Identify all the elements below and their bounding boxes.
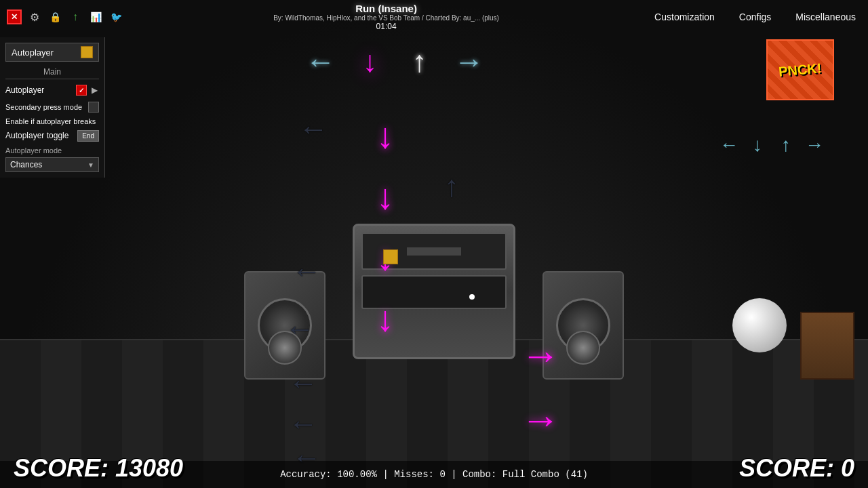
secondary-press-row: Secondary press mode <box>5 100 99 114</box>
autoplayer-dropdown-label: Autoplayer <box>12 47 54 58</box>
twitter-icon[interactable]: 🐦 <box>108 9 123 24</box>
right-mini-right: → <box>802 132 827 158</box>
bar-chart-icon[interactable]: 📊 <box>88 9 103 24</box>
customization-nav[interactable]: Customization <box>649 9 720 25</box>
song-time: 01:04 <box>123 22 649 31</box>
score-left: SCORE: 13080 <box>14 454 183 483</box>
top-left-icons: ✕ ⚙ 🔒 ↑ 📊 🐦 <box>7 9 123 24</box>
dark-arrow-left-1: ← <box>298 112 328 146</box>
yellow-note <box>383 249 398 264</box>
white-ball-prop <box>732 298 787 352</box>
falling-arrow-2: ↓ <box>376 176 394 217</box>
song-subtitle: By: WildThomas, HipHlox, and the VS Bob … <box>123 14 649 22</box>
secondary-press-label: Secondary press mode <box>5 103 88 111</box>
dark-arrow-left-5: ← <box>288 407 318 441</box>
autoplayer-dropdown[interactable]: Autoplayer <box>5 43 99 62</box>
pink-right-arrow-1: → <box>521 332 560 378</box>
pink-right-arrow-2: → <box>521 396 560 442</box>
score-right: SCORE: 0 <box>739 454 854 483</box>
top-arrow-down-active: ↓ <box>348 39 392 83</box>
enable-if-breaks-label: Enable if autoplayer breaks <box>5 117 99 125</box>
top-note-arrows: ← ↓ ↑ → <box>298 39 491 83</box>
checkbox-check: ✓ <box>79 87 84 94</box>
pnuck-image: PNCK! <box>766 39 834 100</box>
autoplayer-play-button[interactable]: ▶ <box>90 85 99 95</box>
autoplayer-label: Autoplayer <box>5 85 76 95</box>
chances-dropdown[interactable]: Chances ▼ <box>5 157 99 172</box>
end-badge[interactable]: End <box>77 130 99 142</box>
screen-bar <box>407 247 461 256</box>
top-navigation: Customization Configs Miscellaneous <box>649 9 861 25</box>
chances-dropdown-arrow: ▼ <box>87 161 94 169</box>
top-arrow-left: ← <box>298 39 342 83</box>
miscellaneous-nav[interactable]: Miscellaneous <box>790 9 861 25</box>
right-mini-up: ↑ <box>773 132 799 158</box>
dark-arrow-up-1: ↑ <box>444 169 459 203</box>
gear-icon[interactable]: ⚙ <box>27 9 42 24</box>
autoplayer-mode-section: Autoplayer mode <box>5 146 99 155</box>
left-panel: Autoplayer Main Autoplayer ✓ ▶ Secondary… <box>0 37 105 178</box>
chances-label: Chances <box>10 160 42 169</box>
autoplayer-toggle-row: Autoplayer toggle End <box>5 129 99 142</box>
top-arrow-up: ↑ <box>397 39 441 83</box>
arrow-up-icon[interactable]: ↑ <box>68 9 83 24</box>
stereo-unit <box>332 224 536 380</box>
right-mini-arrows: ← ↓ ↑ → <box>716 132 827 158</box>
top-arrow-right: → <box>447 39 491 83</box>
top-bar: ✕ ⚙ 🔒 ↑ 📊 🐦 Run (Insane) By: WildThomas,… <box>0 0 868 34</box>
dark-arrow-left-3: ← <box>285 312 315 346</box>
secondary-press-checkbox[interactable] <box>88 102 99 113</box>
right-speaker-tweeter <box>566 331 600 365</box>
brown-crate-prop <box>800 312 854 380</box>
falling-arrow-4: ↓ <box>376 298 394 339</box>
configs-nav[interactable]: Configs <box>734 9 776 25</box>
autoplayer-indicator <box>81 46 93 58</box>
right-mini-left: ← <box>716 132 742 158</box>
autoplayer-checkbox[interactable]: ✓ <box>76 85 87 96</box>
autoplayer-row: Autoplayer ✓ ▶ <box>5 83 99 97</box>
dark-arrow-left-4: ← <box>288 366 318 400</box>
song-title: Run (Insane) <box>123 3 649 14</box>
lock-icon[interactable]: 🔒 <box>47 9 62 24</box>
song-info: Run (Insane) By: WildThomas, HipHlox, an… <box>123 3 649 31</box>
falling-arrow-1: ↓ <box>376 115 394 156</box>
accuracy-stats: Accuracy: 100.00% | Misses: 0 | Combo: F… <box>280 469 588 480</box>
pnuck-text: PNCK! <box>778 61 823 78</box>
dark-arrow-left-2: ← <box>292 254 321 288</box>
autoplayer-toggle-label: Autoplayer toggle <box>5 131 77 140</box>
panel-main-section: Main <box>5 67 99 79</box>
close-button[interactable]: ✕ <box>7 9 22 24</box>
right-mini-down: ↓ <box>745 132 770 158</box>
